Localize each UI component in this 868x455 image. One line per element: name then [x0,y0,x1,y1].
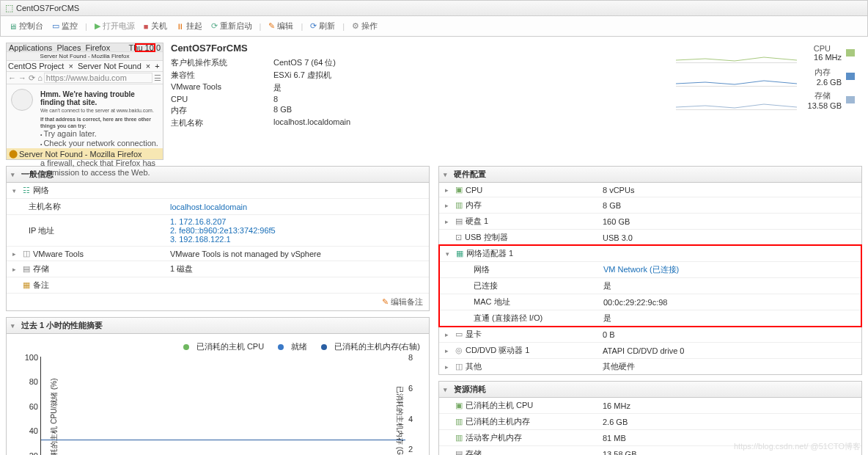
bar-icon [846,96,855,103]
usb-icon: ⊡ [455,233,462,242]
tools-icon: ◫ [23,249,30,258]
highlight-network-adapter: ▾▦网络适配器 1 网络VM Network (已连接)已连接是MAC 地址00… [438,244,862,327]
suspend-button[interactable]: ⏸挂起 [172,19,206,33]
disk-icon: ▤ [23,264,30,274]
performance-panel: ▾过去 1 小时的性能摘要 已消耗的主机 CPU 就绪 已消耗的主机内存(右轴)… [6,317,430,455]
ip-link[interactable]: 3. 192.168.122.1 [170,235,423,244]
hw-row[interactable]: ▸▭显卡0 B [439,327,861,343]
nic-icon: ▦ [456,249,463,258]
res-row: ▣已消耗的主机 CPU16 MHz [439,398,861,414]
restart-icon: ⟳ [211,21,218,31]
toolbar: 🖥控制台 ▭监控 | ▶打开电源 ■关机 ⏸挂起 ⟳重新启动 | ✎编辑 | ⟳… [0,16,868,37]
mini-内存: 内存2.6 GB [676,66,855,87]
vm-icon: ⬚ [5,3,13,13]
collapse-icon[interactable]: ▾ [11,322,18,330]
console-button[interactable]: 🖥控制台 [5,19,47,33]
shutdown-button[interactable]: ■关机 [140,19,171,33]
general-panel: ▾一般信息 ▾☷网络 主机名称localhost.localdomain IP … [6,166,430,311]
vm-summary: CentOS7ForCMS 客户机操作系统CentOS 7 (64 位)兼容性E… [171,43,552,160]
hw-row[interactable]: ▸▤硬盘 1160 GB [439,214,861,230]
nic-prop-row: 直通 (直接路径 I/O)是 [440,310,861,326]
hostname-link[interactable]: localhost.localdomain [170,203,423,211]
vid-icon: ▭ [455,330,463,339]
disk-icon: ▤ [455,216,463,226]
cpu-icon: ▣ [455,185,463,194]
console-icon: 🖥 [9,22,17,31]
network-row[interactable]: ▾☷网络 [7,183,429,199]
highlight-box [135,43,155,52]
mem-icon: ▥ [455,200,463,210]
mini-存储: 存储13.58 GB [676,90,855,110]
cd-icon: ◎ [455,346,463,355]
bar-icon [846,73,855,80]
chart-legend: 已消耗的主机 CPU 就绪 已消耗的主机内存(右轴) [15,340,420,354]
monitor-icon: ▭ [52,21,59,31]
nic-row[interactable]: ▾▦网络适配器 1 [440,246,861,262]
stop-icon: ■ [144,22,149,31]
edit-button[interactable]: ✎编辑 [265,19,297,33]
nic-prop-row: 网络VM Network (已连接) [440,262,861,278]
bar-icon [846,49,855,57]
hw-row[interactable]: ⊡USB 控制器USB 3.0 [439,230,861,245]
hw-row[interactable]: ▸▣CPU8 vCPUs [439,183,861,197]
collapse-icon[interactable]: ▾ [444,171,451,178]
hw-row[interactable]: ▸◎CD/DVD 驱动器 1ATAPI CD/DVD drive 0 [439,343,861,359]
notes-row: ▦备注 [7,277,429,294]
res-row: ▥已消耗的主机内存2.6 GB [439,414,861,430]
note-icon: ▦ [23,280,30,290]
hw-row[interactable]: ▸▥内存8 GB [439,197,861,214]
perf-chart: 已消耗的主机 CPU/就绪 (%) 已消耗的主机内存 (GB) 10080604… [40,357,405,455]
storage-row[interactable]: ▸▤存储1 磁盘 [7,261,429,277]
watermark: https://blog.csdn.net/ @51CTO博客 [734,441,861,452]
mini-charts: CPU16 MHz内存2.6 GB存储13.58 GB [676,43,862,160]
titlebar: ⬚ CentOS7ForCMS [0,0,868,16]
ghost-icon [11,89,33,111]
ip-link[interactable]: 2. fe80::b960:2e13:3742:96f5 [170,226,423,235]
mini-CPU: CPU16 MHz [676,43,855,63]
vm-name: CentOS7ForCMS [171,43,552,54]
hardware-panel: ▾硬件配置 ▸▣CPU8 vCPUs▸▥内存8 GB▸▤硬盘 1160 GB⊡U… [438,166,862,375]
console-thumbnail[interactable]: Applications Places FirefoxThu 10:0 Serv… [6,43,163,160]
actions-button[interactable]: ⚙操作 [348,19,381,33]
collapse-icon[interactable]: ▾ [444,386,451,393]
refresh-icon: ⟳ [310,21,317,31]
disk-icon: ▤ [455,449,463,455]
refresh-button[interactable]: ⟳刷新 [306,19,339,33]
pencil-icon: ✎ [382,297,389,306]
monitor-button[interactable]: ▭监控 [48,19,81,33]
vmtools-row[interactable]: ▸◫VMware ToolsVMware Tools is not manage… [7,247,429,261]
edit-notes-link[interactable]: 编辑备注 [391,297,423,306]
network-icon: ☷ [23,186,30,195]
nic-prop-row: 已连接是 [440,278,861,294]
play-icon: ▶ [95,21,100,31]
pencil-icon: ✎ [268,21,275,31]
pause-icon: ⏸ [176,22,184,31]
power-on-button[interactable]: ▶打开电源 [91,19,139,33]
ip-link[interactable]: 1. 172.16.8.207 [170,217,423,226]
restart-button[interactable]: ⟳重新启动 [207,19,256,33]
summary-area: Applications Places FirefoxThu 10:0 Serv… [0,37,868,166]
mem-icon: ▥ [455,433,463,443]
oth-icon: ◫ [455,362,463,371]
gear-icon: ⚙ [352,21,359,31]
nic-prop-row: MAC 地址00:0c:29:22:9c:98 [440,294,861,310]
mem-icon: ▥ [455,417,463,426]
hw-row[interactable]: ▸◫其他其他硬件 [439,359,861,374]
cpu-icon: ▣ [455,401,463,410]
title: CentOS7ForCMS [16,4,79,12]
